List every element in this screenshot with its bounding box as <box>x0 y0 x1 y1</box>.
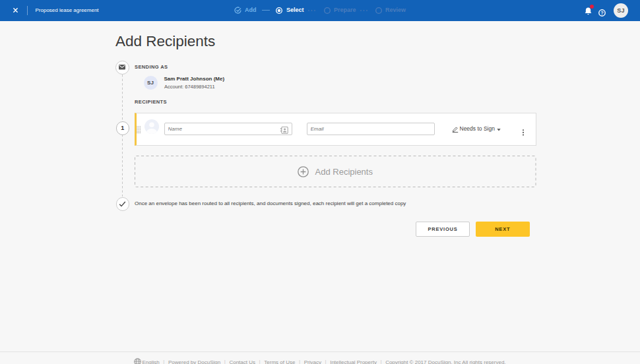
svg-text:?: ? <box>600 10 604 16</box>
